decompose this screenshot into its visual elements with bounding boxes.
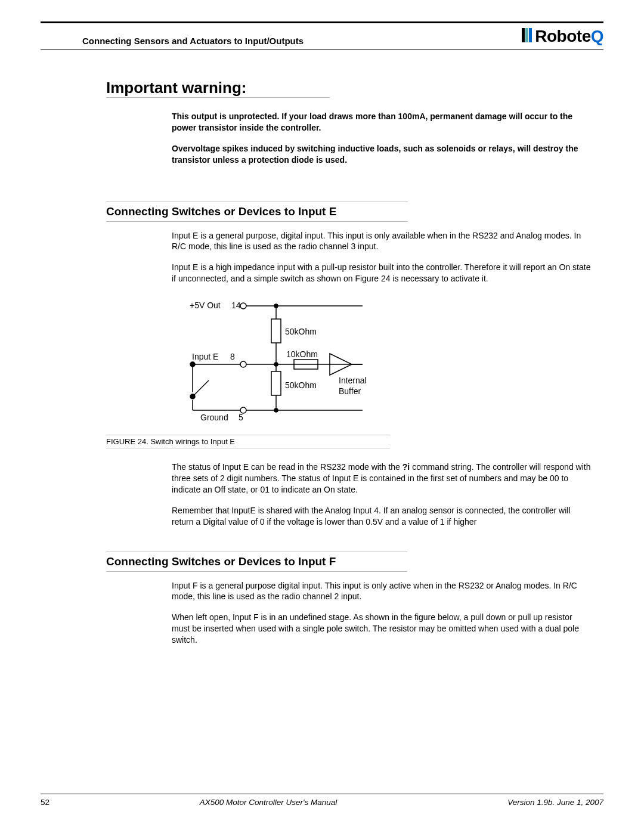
node-dot-icon	[274, 408, 278, 412]
label-ground-pin: 5	[239, 413, 243, 422]
section-f-p1: Input F is a general purpose digital inp…	[172, 580, 592, 603]
header: Connecting Sensors and Actuators to Inpu…	[41, 27, 603, 50]
figure-caption: FIGURE 24. Switch wirings to Input E	[106, 435, 390, 448]
label-r-top: 50kOhm	[285, 327, 317, 336]
label-vout-pin: 14	[231, 301, 241, 310]
section-e-p1: Input E is a general purpose, digital in…	[172, 230, 592, 253]
page: Connecting Sensors and Actuators to Inpu…	[0, 0, 644, 833]
logo-bars-icon	[522, 28, 532, 45]
section-e-body: Input E is a general purpose, digital in…	[172, 230, 592, 285]
section-f-body: Input F is a general purpose digital inp…	[172, 580, 592, 646]
label-vout: +5V Out	[190, 301, 221, 310]
label-ground: Ground	[200, 413, 228, 422]
switch-arm-icon	[193, 380, 209, 397]
node-dot-icon	[274, 304, 278, 308]
section-e-p4: Remember that InputE is shared with the …	[172, 505, 592, 528]
node-dot-icon	[274, 363, 278, 366]
section-e-p2: Input E is a high impedance input with a…	[172, 262, 592, 284]
section-e-body-2: The status of Input E can be read in the…	[172, 462, 592, 527]
section-f-p2: When left open, Input F is in an undefin…	[172, 612, 592, 646]
logo-text: RoboteQ	[535, 27, 603, 46]
header-section-title: Connecting Sensors and Actuators to Inpu…	[82, 36, 304, 46]
footer-version: Version 1.9b. June 1, 2007	[472, 798, 603, 807]
cmd-string: ?i	[402, 462, 410, 472]
warning-p1: This output is unprotected. If your load…	[172, 111, 592, 134]
footer-center: AX500 Motor Controller User's Manual	[64, 798, 472, 807]
footer: 52 AX500 Motor Controller User's Manual …	[41, 794, 603, 807]
label-r-mid: 10kOhm	[286, 349, 318, 359]
circuit-diagram: +5V Out 14 50kOhm Input E 8 10kOhm 50kOh…	[166, 294, 476, 431]
label-buffer-2: Buffer	[339, 386, 361, 396]
label-input-e: Input E	[192, 352, 218, 361]
top-rule	[41, 21, 603, 23]
terminal-icon	[240, 303, 246, 309]
section-e-heading: Connecting Switches or Devices to Input …	[106, 202, 408, 222]
logo-text-a: Robote	[535, 27, 590, 45]
label-r-bot: 50kOhm	[285, 380, 317, 390]
resistor-icon	[271, 319, 281, 343]
content: Important warning: This output is unprot…	[41, 50, 603, 646]
label-buffer-1: Internal	[339, 376, 367, 385]
logo: RoboteQ	[522, 27, 603, 46]
warning-body: This output is unprotected. If your load…	[172, 111, 592, 166]
logo-text-b: Q	[591, 27, 603, 45]
section-f-heading: Connecting Switches or Devices to Input …	[106, 552, 407, 572]
page-number: 52	[41, 798, 64, 807]
footer-rule	[41, 794, 603, 794]
section-e-p3: The status of Input E can be read in the…	[172, 462, 592, 496]
terminal-icon	[240, 361, 246, 367]
warning-p2: Overvoltage spikes induced by switching …	[172, 143, 592, 166]
warning-heading: Important warning:	[106, 79, 330, 98]
figure-24: +5V Out 14 50kOhm Input E 8 10kOhm 50kOh…	[106, 294, 592, 459]
resistor-icon	[271, 371, 281, 395]
label-input-e-pin: 8	[230, 352, 235, 361]
